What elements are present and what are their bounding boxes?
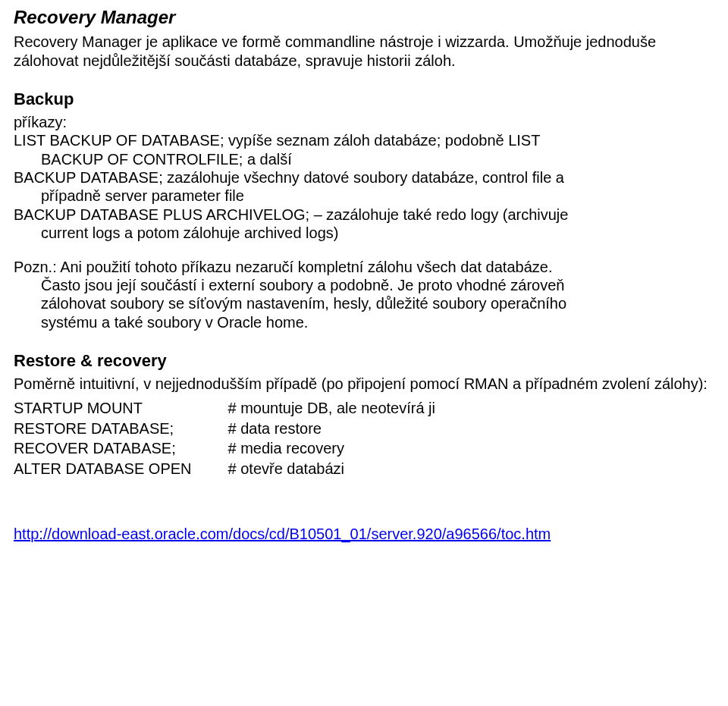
command-cell: RESTORE DATABASE; [14, 419, 228, 439]
page-title: Recovery Manager [14, 6, 714, 28]
commands-table: STARTUP MOUNT # mountuje DB, ale neoteví… [14, 399, 435, 479]
table-row: STARTUP MOUNT # mountuje DB, ale neoteví… [14, 399, 435, 419]
command-cell: ALTER DATABASE OPEN [14, 460, 228, 479]
note-line: Pozn.: Ani použití tohoto příkazu nezaru… [14, 258, 714, 276]
footer-link-wrap: http://download-east.oracle.com/docs/cd/… [14, 525, 714, 543]
backup-cmd-list-line: BACKUP OF CONTROLFILE; a další [14, 150, 714, 168]
comment-cell: # media recovery [228, 439, 436, 459]
command-cell: RECOVER DATABASE; [14, 439, 228, 459]
restore-intro: Poměrně intuitivní, v nejjednodušším pří… [14, 375, 714, 393]
restore-heading: Restore & recovery [14, 351, 714, 372]
backup-cmd-list-line: LIST BACKUP OF DATABASE; vypíše seznam z… [14, 131, 714, 149]
command-cell: STARTUP MOUNT [14, 399, 228, 419]
backup-cmd-arch-line: BACKUP DATABASE PLUS ARCHIVELOG; – zazál… [14, 206, 714, 224]
table-row: RECOVER DATABASE; # media recovery [14, 439, 435, 459]
backup-heading: Backup [14, 89, 714, 110]
backup-commands-block: příkazy: LIST BACKUP OF DATABASE; vypíše… [14, 113, 714, 243]
table-row: ALTER DATABASE OPEN # otevře databázi [14, 460, 435, 479]
table-row: RESTORE DATABASE; # data restore [14, 419, 435, 439]
note-line: systému a také soubory v Oracle home. [14, 313, 714, 331]
comment-cell: # mountuje DB, ale neotevírá ji [228, 399, 436, 419]
backup-cmd-db-line: případně server parameter file [14, 187, 714, 205]
backup-cmd-arch-line: current logs a potom zálohuje archived l… [14, 224, 714, 242]
note-block: Pozn.: Ani použití tohoto příkazu nezaru… [14, 258, 714, 332]
note-line: Často jsou její součástí i externí soubo… [14, 276, 714, 294]
backup-prikazy-label: příkazy: [14, 113, 714, 131]
note-line: zálohovat soubory se síťovým nastavením,… [14, 294, 714, 312]
comment-cell: # data restore [228, 419, 436, 439]
intro-paragraph: Recovery Manager je aplikace ve formě co… [14, 33, 714, 70]
backup-cmd-db-line: BACKUP DATABASE; zazálohuje všechny dato… [14, 168, 714, 187]
documentation-link[interactable]: http://download-east.oracle.com/docs/cd/… [14, 526, 551, 542]
comment-cell: # otevře databázi [228, 460, 436, 479]
